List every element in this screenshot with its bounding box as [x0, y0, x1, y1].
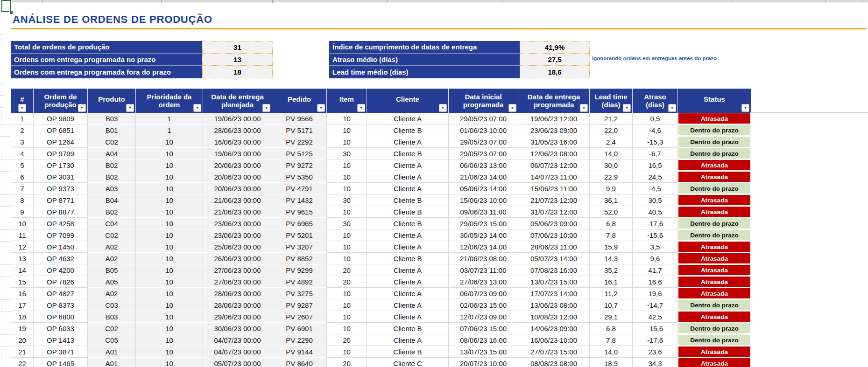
cell-ordem-producao[interactable]: OP 1450 — [34, 241, 88, 253]
cell-pedido[interactable]: PV 9287 — [272, 299, 327, 311]
header-cell-atraso[interactable]: Atraso (dias)▼ — [633, 89, 678, 113]
cell-status[interactable]: Dentro do prazo — [678, 148, 751, 159]
cell-produto[interactable]: B04 — [88, 194, 136, 206]
cell-num[interactable]: 9 — [11, 206, 34, 218]
cell-data-entrega-planejada[interactable]: 28/06/23 00:00 — [203, 299, 272, 311]
cell-ordem-producao[interactable]: OP 3871 — [34, 346, 88, 358]
cell-lead-time[interactable]: 7,8 — [590, 334, 633, 346]
summary-value-cell[interactable]: 18 — [202, 66, 273, 78]
summary-label-cell[interactable]: Índice de cumprimento de datas de entreg… — [329, 41, 520, 54]
cell-ordem-producao[interactable]: OP 8373 — [34, 299, 88, 311]
cell-data-entrega-planejada[interactable]: 27/06/23 00:00 — [203, 276, 272, 288]
cell-produto[interactable]: B02 — [88, 159, 136, 171]
cell-data-inicial-programada[interactable]: 30/05/23 14:00 — [449, 229, 518, 241]
cell-cliente[interactable]: Cliente A — [367, 288, 449, 299]
cell-data-inicial-programada[interactable]: 07/06/23 15:00 — [449, 323, 518, 334]
cell-cliente[interactable]: Cliente B — [367, 206, 449, 218]
cell-item[interactable]: 10 — [327, 206, 367, 218]
cell-status[interactable]: Atrasada — [678, 346, 751, 358]
cell-ordem-producao[interactable]: OP 4200 — [34, 264, 88, 276]
cell-ordem-producao[interactable]: OP 4632 — [34, 253, 88, 264]
cell-data-entrega-programada[interactable]: 08/08/23 08:00 — [518, 358, 590, 367]
cell-data-entrega-programada[interactable]: 31/05/23 16:00 — [518, 136, 590, 148]
cell-data-entrega-planejada[interactable]: 20/06/23 00:00 — [203, 171, 272, 183]
cell-ordem-producao[interactable]: OP 7826 — [34, 276, 88, 288]
cell-data-entrega-planejada[interactable]: 05/07/23 00:00 — [203, 358, 272, 367]
cell-pedido[interactable]: PV 1432 — [272, 194, 327, 206]
filter-dropdown-button[interactable]: ▼ — [193, 104, 201, 112]
cell-item[interactable]: 10 — [327, 171, 367, 183]
filter-dropdown-button[interactable]: ▼ — [623, 104, 631, 112]
cell-cliente[interactable]: Cliente A — [367, 183, 449, 194]
cell-data-entrega-planejada[interactable]: 16/06/23 00:00 — [203, 136, 272, 148]
cell-pedido[interactable]: PV 5201 — [272, 229, 327, 241]
cell-num[interactable]: 14 — [11, 264, 34, 276]
cell-prioridade-ordem[interactable]: 10 — [136, 276, 203, 288]
cell-pedido[interactable]: PV 5171 — [272, 125, 327, 136]
cell-ordem-producao[interactable]: OP 7099 — [34, 229, 88, 241]
cell-num[interactable]: 12 — [11, 241, 34, 253]
cell-ordem-producao[interactable]: OP 9809 — [34, 113, 88, 125]
cell-num[interactable]: 10 — [11, 218, 34, 229]
cell-item[interactable]: 20 — [327, 358, 367, 367]
cell-item[interactable]: 10 — [327, 159, 367, 171]
cell-item[interactable]: 10 — [327, 136, 367, 148]
cell-produto[interactable]: A02 — [88, 288, 136, 299]
cell-data-entrega-programada[interactable]: 10/08/23 12:00 — [518, 311, 590, 323]
header-cell-status[interactable]: Status▼ — [678, 89, 751, 113]
header-cell-prioridade-ordem[interactable]: Prioridade da ordem▼ — [136, 89, 203, 113]
cell-data-inicial-programada[interactable]: 02/06/23 15:00 — [449, 299, 518, 311]
cell-data-entrega-programada[interactable]: 06/07/23 12:00 — [518, 159, 590, 171]
cell-atraso[interactable]: -15,6 — [633, 229, 678, 241]
cell-pedido[interactable]: PV 4791 — [272, 183, 327, 194]
cell-item[interactable]: 30 — [327, 148, 367, 159]
cell-produto[interactable]: C02 — [88, 136, 136, 148]
filter-dropdown-button[interactable]: ▼ — [357, 104, 365, 112]
cell-data-entrega-planejada[interactable]: 26/06/23 00:00 — [203, 253, 272, 264]
cell-num[interactable]: 2 — [11, 125, 34, 136]
cell-ordem-producao[interactable]: OP 6800 — [34, 311, 88, 323]
cell-lead-time[interactable]: 15,9 — [590, 241, 633, 253]
cell-data-entrega-planejada[interactable]: 21/06/23 00:00 — [203, 206, 272, 218]
cell-data-entrega-programada[interactable]: 07/08/23 16:00 — [518, 264, 590, 276]
cell-data-entrega-planejada[interactable]: 23/06/23 00:00 — [203, 229, 272, 241]
cell-data-inicial-programada[interactable]: 15/06/23 10:00 — [449, 194, 518, 206]
cell-status[interactable]: Atrasada — [678, 113, 751, 125]
summary-value-cell[interactable]: 31 — [202, 41, 273, 54]
cell-prioridade-ordem[interactable]: 10 — [136, 288, 203, 299]
cell-produto[interactable]: A02 — [88, 241, 136, 253]
cell-pedido[interactable]: PV 2607 — [272, 311, 327, 323]
cell-cliente[interactable]: Cliente B — [367, 253, 449, 264]
cell-status[interactable]: Atrasada — [678, 194, 751, 206]
cell-status[interactable]: Atrasada — [678, 358, 751, 367]
cell-pedido[interactable]: PV 6901 — [272, 323, 327, 334]
cell-item[interactable]: 10 — [327, 299, 367, 311]
cell-item[interactable]: 10 — [327, 346, 367, 358]
cell-ordem-producao[interactable]: OP 1264 — [34, 136, 88, 148]
cell-num[interactable]: 21 — [11, 346, 34, 358]
cell-data-entrega-planejada[interactable]: 04/07/23 00:00 — [203, 346, 272, 358]
filter-dropdown-button[interactable]: ▼ — [78, 104, 86, 112]
cell-lead-time[interactable]: 9,9 — [590, 183, 633, 194]
cell-data-inicial-programada[interactable]: 20/07/23 10:00 — [449, 358, 518, 367]
filter-dropdown-button[interactable]: ▼ — [508, 104, 516, 112]
cell-cliente[interactable]: Cliente A — [367, 334, 449, 346]
cell-produto[interactable]: A02 — [88, 253, 136, 264]
cell-atraso[interactable]: 41,7 — [633, 264, 678, 276]
cell-status[interactable]: Dentro do prazo — [678, 323, 751, 334]
cell-prioridade-ordem[interactable]: 10 — [136, 264, 203, 276]
filter-dropdown-button[interactable]: ▼ — [262, 104, 270, 112]
cell-data-entrega-planejada[interactable]: 28/06/23 00:00 — [203, 288, 272, 299]
cell-num[interactable]: 17 — [11, 299, 34, 311]
cell-item[interactable]: 10 — [327, 113, 367, 125]
cell-atraso[interactable]: 40,5 — [633, 206, 678, 218]
filter-dropdown-button[interactable]: ▼ — [741, 104, 749, 112]
cell-cliente[interactable]: Cliente A — [367, 311, 449, 323]
cell-atraso[interactable]: 30,5 — [633, 194, 678, 206]
cell-pedido[interactable]: PV 9615 — [272, 206, 327, 218]
cell-data-inicial-programada[interactable]: 12/07/23 09:00 — [449, 311, 518, 323]
cell-num[interactable]: 19 — [11, 323, 34, 334]
cell-lead-time[interactable]: 18,9 — [590, 358, 633, 367]
cell-status[interactable]: Atrasada — [678, 253, 751, 264]
cell-data-entrega-planejada[interactable]: 29/06/23 00:00 — [203, 311, 272, 323]
